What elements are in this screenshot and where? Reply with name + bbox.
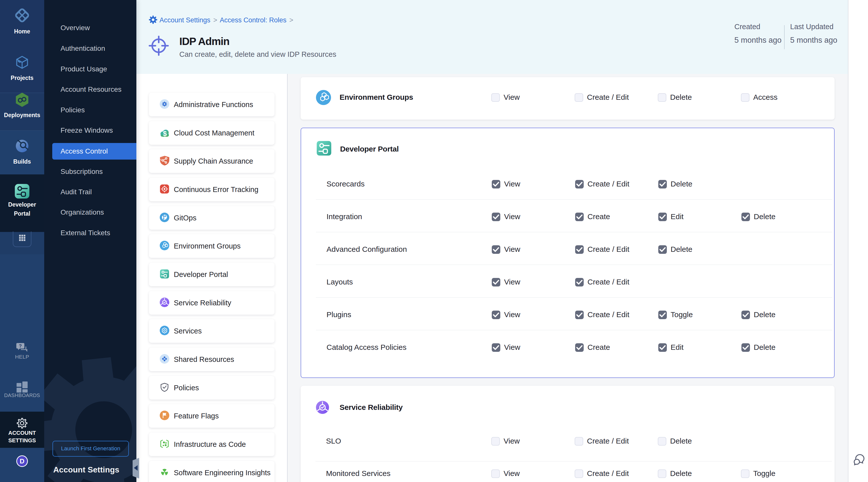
svg-text:?: ?: [19, 343, 22, 349]
svg-text:$: $: [163, 130, 167, 137]
